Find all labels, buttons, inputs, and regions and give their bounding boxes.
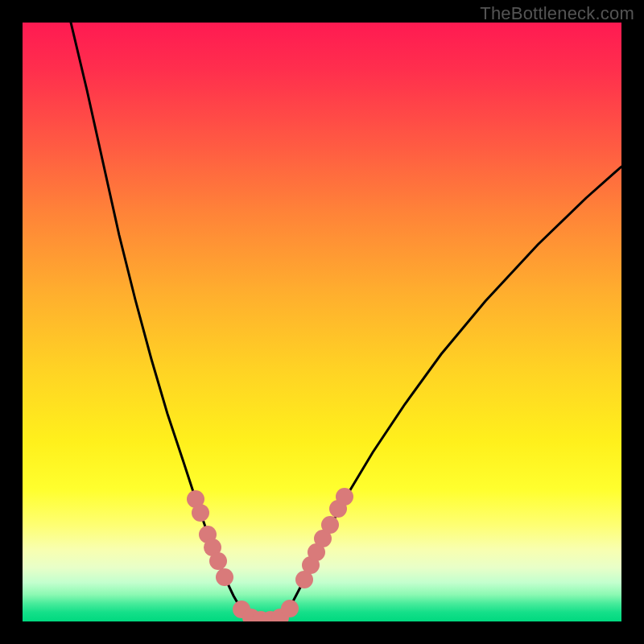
curve-right-curve [279, 167, 621, 620]
highlight-dot [216, 568, 233, 586]
highlight-dot [192, 504, 209, 522]
watermark-text: TheBottleneck.com [480, 3, 634, 24]
highlight-dot [321, 516, 339, 534]
highlight-dot [281, 600, 299, 617]
chart-frame: TheBottleneck.com [0, 0, 644, 644]
plot-area [23, 23, 621, 621]
curve-left-curve [71, 23, 253, 620]
highlight-dot [336, 488, 353, 506]
highlight-dot [209, 552, 227, 570]
curve-layer [23, 23, 621, 621]
